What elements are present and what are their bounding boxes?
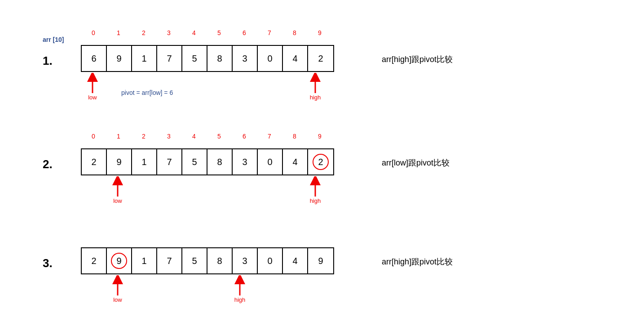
desc-2: arr[low]跟pivot比较 (382, 157, 450, 168)
high-arrow-svg-3 (233, 275, 247, 295)
cell-3-6: 3 (233, 248, 258, 273)
low-arrow-svg-2 (111, 176, 124, 197)
idx-2-0: 0 (81, 133, 106, 140)
step-1: 1. (43, 54, 53, 68)
cell-1-6: 3 (233, 46, 258, 71)
cell-1-8: 4 (283, 46, 308, 71)
cell-2-8: 4 (283, 149, 308, 174)
index-row-1: 0 1 2 3 4 5 6 7 8 9 (81, 29, 332, 36)
cell-3-2: 1 (132, 248, 157, 273)
circled-2: 2 (313, 154, 329, 170)
cell-2-3: 7 (157, 149, 182, 174)
idx-1-1: 1 (106, 29, 131, 36)
cell-2-6: 3 (233, 149, 258, 174)
cell-2-4: 5 (182, 149, 207, 174)
idx-1-4: 4 (181, 29, 207, 36)
cell-3-9: 9 (308, 248, 333, 273)
array-box-1: 6 9 1 7 5 8 3 0 4 2 (81, 45, 334, 72)
cell-2-9: 2 (308, 149, 333, 174)
low-arrow-svg-3 (111, 275, 124, 295)
idx-2-9: 9 (307, 133, 332, 140)
high-arrow-svg-1 (309, 73, 322, 93)
cell-2-5: 8 (207, 149, 233, 174)
step-2: 2. (43, 157, 53, 171)
cell-1-9: 2 (308, 46, 333, 71)
cell-1-4: 5 (182, 46, 207, 71)
low-label-3: low (111, 296, 124, 303)
idx-1-5: 5 (207, 29, 232, 36)
high-label-2: high (309, 197, 322, 204)
cell-2-0: 2 (82, 149, 107, 174)
idx-1-9: 9 (307, 29, 332, 36)
idx-1-3: 3 (156, 29, 181, 36)
cell-2-1: 9 (107, 149, 132, 174)
low-arrow-3: low (111, 275, 124, 303)
cell-3-3: 7 (157, 248, 182, 273)
section-3: 3. 2 9 1 7 5 8 3 0 4 9 (18, 238, 638, 331)
cell-1-3: 7 (157, 46, 182, 71)
idx-1-8: 8 (282, 29, 307, 36)
idx-2-5: 5 (207, 133, 232, 140)
idx-1-2: 2 (131, 29, 156, 36)
idx-2-7: 7 (257, 133, 282, 140)
idx-2-2: 2 (131, 133, 156, 140)
section-1: arr [10] 1. 0 1 2 3 4 5 6 7 8 9 6 9 1 7 … (18, 27, 638, 126)
section-2: 2. 0 1 2 3 4 5 6 7 8 9 2 9 1 7 5 8 3 0 4… (18, 130, 638, 234)
high-label-3: high (233, 296, 247, 303)
high-arrow-3: high (233, 275, 247, 303)
cell-3-8: 4 (283, 248, 308, 273)
array-box-3: 2 9 1 7 5 8 3 0 4 9 (81, 247, 334, 274)
low-label-1: low (86, 94, 99, 101)
cell-1-1: 9 (107, 46, 132, 71)
cell-2-2: 1 (132, 149, 157, 174)
idx-2-6: 6 (232, 133, 257, 140)
idx-2-4: 4 (181, 133, 207, 140)
step-3: 3. (43, 256, 53, 270)
low-arrow-2: low (111, 176, 124, 204)
pivot-text-1: pivot = arr[low] = 6 (121, 89, 173, 96)
idx-2-3: 3 (156, 133, 181, 140)
high-arrow-2: high (309, 176, 322, 204)
high-arrow-svg-2 (309, 176, 322, 197)
cell-3-5: 8 (207, 248, 233, 273)
idx-1-6: 6 (232, 29, 257, 36)
cell-1-2: 1 (132, 46, 157, 71)
index-row-2: 0 1 2 3 4 5 6 7 8 9 (81, 133, 332, 140)
cell-1-7: 0 (258, 46, 283, 71)
desc-1: arr[high]跟pivot比较 (382, 54, 453, 65)
low-arrow-1: low (86, 73, 99, 101)
cell-3-1: 9 (107, 248, 132, 273)
low-arrow-svg-1 (86, 73, 99, 93)
cell-2-7: 0 (258, 149, 283, 174)
arr-label: arr [10] (43, 36, 64, 43)
cell-1-5: 8 (207, 46, 233, 71)
cell-3-7: 0 (258, 248, 283, 273)
idx-2-8: 8 (282, 133, 307, 140)
cell-3-4: 5 (182, 248, 207, 273)
idx-2-1: 1 (106, 133, 131, 140)
high-label-1: high (309, 94, 322, 101)
high-arrow-1: high (309, 73, 322, 101)
cell-1-0: 6 (82, 46, 107, 71)
circled-3: 9 (111, 253, 127, 269)
idx-1-7: 7 (257, 29, 282, 36)
low-label-2: low (111, 197, 124, 204)
cell-3-0: 2 (82, 248, 107, 273)
array-box-2: 2 9 1 7 5 8 3 0 4 2 (81, 148, 334, 175)
idx-1-0: 0 (81, 29, 106, 36)
desc-3: arr[high]跟pivot比较 (382, 256, 453, 267)
